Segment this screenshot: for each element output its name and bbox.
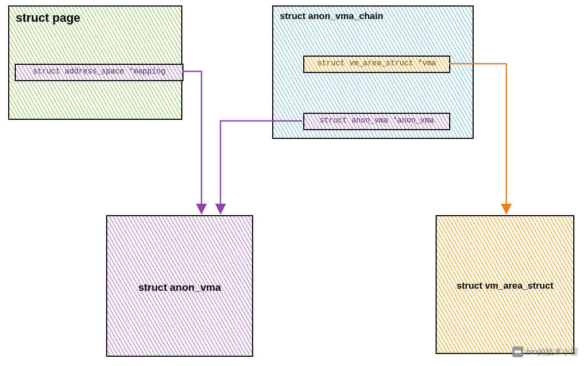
box-anon-vma-chain: struct anon_vma_chain struct vm_area_str… [272, 5, 474, 139]
title-struct-page: struct page [9, 7, 181, 29]
box-struct-page: struct page struct address_space *mappin… [8, 5, 182, 120]
watermark: bin的技术小屋 [512, 346, 578, 357]
arrow-mapping-to-anonvma [182, 71, 201, 212]
box-vm-area-struct: struct vm_area_struct [436, 215, 574, 354]
field-address-space-mapping: struct address_space *mapping [15, 64, 183, 81]
box-anon-vma: struct anon_vma [106, 215, 253, 357]
label-anon-vma: struct anon_vma [107, 282, 252, 294]
diagram-canvas: struct page struct address_space *mappin… [0, 0, 588, 366]
field-anon-vma-ptr: struct anon_vma *anon_vma [303, 113, 450, 130]
title-anon-vma-chain: struct anon_vma_chain [273, 7, 473, 26]
field-vm-area-struct-vma: struct vm_area_struct *vma [303, 56, 450, 73]
label-vm-area-struct: struct vm_area_struct [437, 280, 573, 291]
watermark-text: bin的技术小屋 [526, 347, 578, 357]
wechat-icon [512, 346, 523, 357]
